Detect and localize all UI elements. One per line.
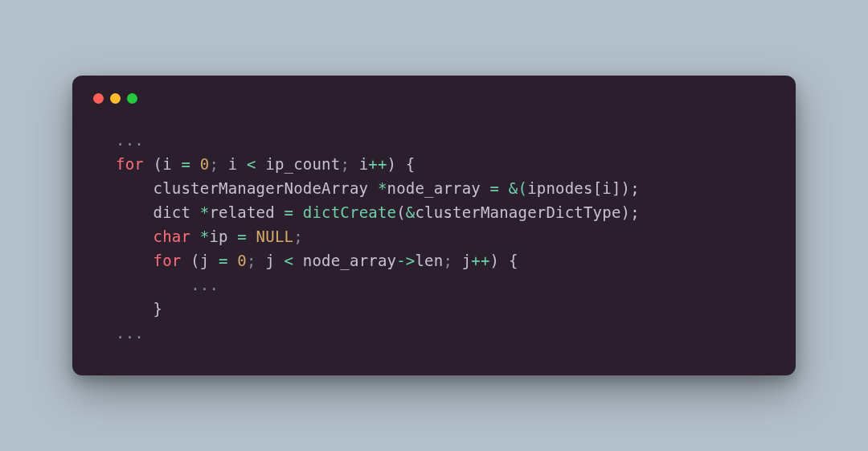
var-ipnodes: ipnodes [527,179,592,197]
paren: ( [144,155,162,173]
paren-close: ); [621,203,640,221]
op-arrow: -> [396,252,415,269]
op-lt: < [237,155,265,173]
op-amp: & [406,203,416,221]
op-star: * [200,228,210,245]
op-eq: = [181,155,190,173]
op-eq: = [275,203,303,221]
op-star: * [378,179,387,197]
code-block: ... for (i = 0; i < ip_count; i++) { clu… [93,128,775,351]
semi: ; [247,252,265,269]
op-inc: ++ [368,155,387,173]
paren: ( [396,203,406,221]
var-j: j [200,252,210,269]
semi: ; [443,252,461,269]
paren-brace: ) { [490,252,518,269]
arg-name: clusterManagerDictType [415,203,620,221]
maximize-icon[interactable] [127,93,137,104]
paren: ( [181,252,199,269]
semi: ; [340,155,358,173]
keyword-for: for [154,252,182,269]
ellipsis: ... [190,276,219,293]
minimize-icon[interactable] [110,93,121,104]
var-i: i [162,155,172,173]
num-zero: 0 [237,252,247,269]
fn-dictcreate: dictCreate [303,203,396,221]
var-i: i [359,155,369,173]
type-dict: dict [154,203,191,221]
field-len: len [415,252,443,269]
semi: ; [293,228,303,245]
var-nodearray: node_array [387,179,481,197]
op-inc: ++ [471,252,489,269]
type-name: clusterManagerNodeArray [154,179,369,197]
op-lt: < [275,252,303,269]
ellipsis: ... [116,131,144,149]
keyword-for: for [116,155,144,173]
op-eq: = [481,179,509,197]
bracket-close: ]); [612,179,640,197]
op-eq: = [219,252,228,269]
addr-of: &( [509,179,527,197]
code-window: ... for (i = 0; i < ip_count; i++) { clu… [72,76,796,375]
num-zero: 0 [200,155,210,173]
var-related: related [209,203,274,221]
bracket: [ [593,179,603,197]
var-ip: ip [209,228,227,245]
paren-brace: ) { [387,155,416,173]
op-eq: = [228,228,256,245]
const-null: NULL [256,228,294,245]
ellipsis: ... [116,324,144,342]
var-j: j [265,252,275,269]
var-i: i [602,179,612,197]
brace-close: } [154,300,163,318]
var-nodearray: node_array [303,252,396,269]
op-star: * [200,203,210,221]
type-char: char [154,228,191,245]
window-titlebar [93,93,775,104]
var-j: j [462,252,472,269]
semi: ; [209,155,227,173]
close-icon[interactable] [93,93,104,104]
var-ipcount: ip_count [265,155,340,173]
var-i: i [228,155,238,173]
